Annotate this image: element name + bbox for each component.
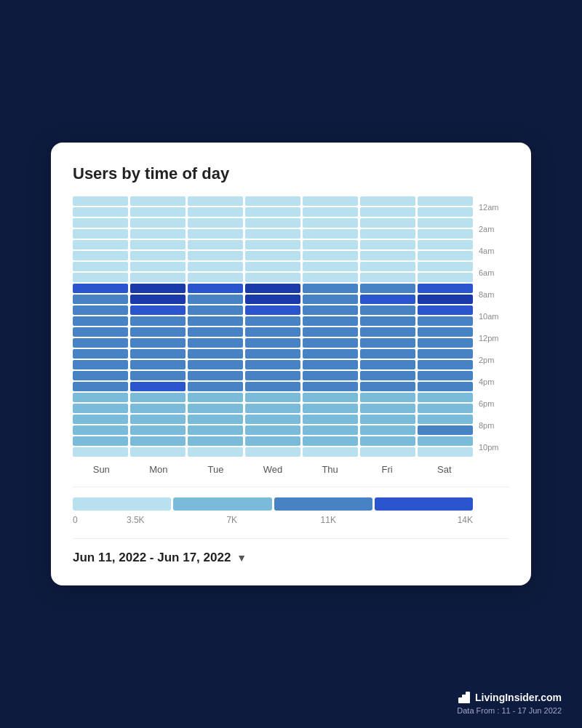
heatmap-cell — [418, 295, 473, 304]
grid-row — [73, 262, 473, 271]
heatmap-cell — [245, 425, 300, 435]
heatmap-cell — [130, 371, 186, 380]
grid-row — [73, 425, 473, 435]
heatmap-cell — [418, 425, 473, 435]
heatmap-cell — [360, 393, 415, 402]
heatmap-cell — [188, 218, 243, 228]
heatmap-cell — [418, 338, 473, 348]
heatmap-cell — [360, 240, 415, 249]
heatmap-cell — [73, 371, 128, 380]
grid-row — [73, 436, 473, 446]
heatmap-cell — [303, 338, 358, 348]
heatmap-cell — [418, 382, 473, 391]
heatmap-cell — [73, 316, 128, 326]
heatmap-cell — [130, 240, 186, 249]
x-label: Mon — [130, 464, 188, 475]
heatmap-cell — [188, 415, 243, 424]
dropdown-arrow-icon[interactable]: ▼ — [236, 552, 247, 564]
heatmap-cell — [130, 360, 186, 369]
heatmap-cell — [303, 371, 358, 380]
heatmap-cell — [130, 284, 186, 293]
heatmap-cell — [245, 360, 300, 369]
heatmap-cell — [130, 218, 186, 228]
y-label: 8am — [479, 284, 509, 305]
legend-bar — [274, 497, 372, 511]
heatmap-cell — [188, 338, 243, 348]
heatmap-cell — [188, 305, 243, 315]
heatmap-cell — [73, 273, 128, 282]
heatmap-cell — [130, 251, 186, 260]
heatmap-cell — [73, 262, 128, 271]
heatmap-cell — [188, 393, 243, 402]
x-axis: SunMonTueWedThuFriSat — [73, 458, 509, 475]
heatmap-cell — [130, 393, 186, 402]
heatmap-cell — [303, 349, 358, 359]
heatmap-grid — [73, 196, 473, 458]
heatmap-cell — [418, 327, 473, 337]
y-label: 4am — [479, 240, 509, 262]
legend-bar — [173, 497, 271, 511]
heatmap-cell — [360, 436, 415, 446]
heatmap-cell — [188, 295, 243, 304]
heatmap-cell — [73, 295, 128, 304]
heatmap-cell — [360, 273, 415, 282]
x-label: Sat — [415, 464, 473, 475]
heatmap-cell — [303, 240, 358, 249]
y-label: 12am — [479, 196, 509, 218]
x-label: Sun — [73, 464, 130, 475]
grid-row — [73, 305, 473, 315]
date-range-section[interactable]: Jun 11, 2022 - Jun 17, 2022 ▼ — [73, 538, 509, 565]
heatmap-cell — [130, 404, 186, 413]
grid-row — [73, 207, 473, 217]
chart-card: Users by time of day 12am2am4am6am8am10a… — [51, 143, 531, 585]
heatmap-cell — [245, 305, 300, 315]
grid-row — [73, 349, 473, 359]
grid-row — [73, 218, 473, 228]
heatmap-cell — [245, 327, 300, 337]
heatmap-cell — [418, 371, 473, 380]
heatmap-cell — [418, 305, 473, 315]
heatmap-cell — [245, 415, 300, 424]
heatmap-cell — [360, 415, 415, 424]
heatmap-cell — [73, 284, 128, 293]
brand-logo: LivingInsider.com — [457, 690, 562, 705]
legend-labels: 03.5K7K11K14K — [73, 515, 509, 525]
grid-row — [73, 371, 473, 380]
y-label: 10am — [479, 305, 509, 327]
grid-row — [73, 273, 473, 282]
heatmap-cell — [303, 251, 358, 260]
y-label: 4pm — [479, 371, 509, 393]
heatmap-cell — [188, 251, 243, 260]
heatmap-cell — [130, 196, 186, 206]
y-axis: 12am2am4am6am8am10am12pm2pm4pm6pm8pm10pm — [473, 196, 509, 458]
heatmap-cell — [130, 327, 186, 337]
heatmap-cell — [188, 273, 243, 282]
heatmap-cell — [245, 284, 300, 293]
heatmap-cell — [245, 404, 300, 413]
heatmap-cell — [245, 316, 300, 326]
chart-title: Users by time of day — [73, 164, 509, 183]
grid-row — [73, 382, 473, 391]
grid-row — [73, 284, 473, 293]
heatmap-cell — [188, 284, 243, 293]
heatmap-cell — [73, 251, 128, 260]
heatmap-cell — [130, 295, 186, 304]
heatmap-cell — [73, 229, 128, 239]
heatmap-cell — [245, 196, 300, 206]
heatmap-cell — [188, 229, 243, 239]
heatmap-cell — [418, 447, 473, 457]
heatmap-cell — [73, 447, 128, 457]
heatmap-cell — [73, 436, 128, 446]
heatmap-cell — [418, 284, 473, 293]
heatmap-cell — [188, 436, 243, 446]
heatmap-cell — [360, 371, 415, 380]
heatmap-cell — [303, 316, 358, 326]
heatmap-cell — [360, 425, 415, 435]
heatmap-cell — [188, 425, 243, 435]
heatmap-cell — [245, 393, 300, 402]
heatmap-cell — [245, 295, 300, 304]
brand-icon — [457, 690, 471, 705]
heatmap-cell — [303, 436, 358, 446]
heatmap-cell — [245, 207, 300, 217]
y-label: 6am — [479, 262, 509, 284]
